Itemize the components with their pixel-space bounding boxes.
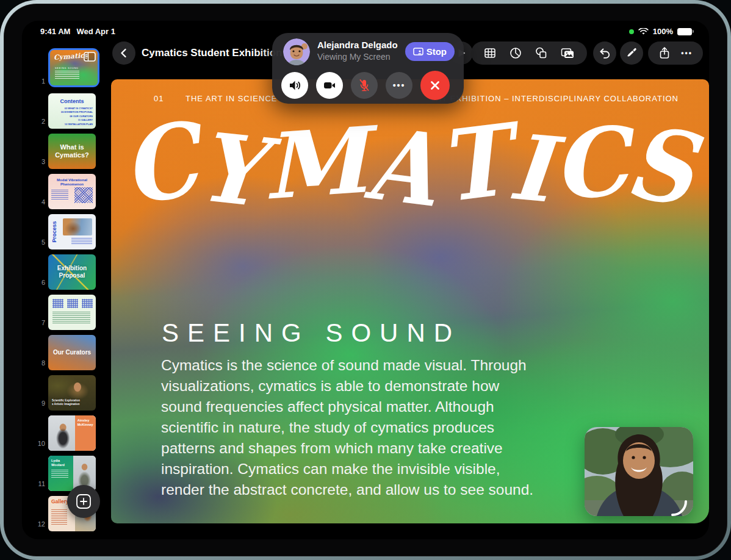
thumb-body-lines — [52, 312, 90, 324]
screen-share-icon — [413, 48, 423, 56]
slide-row-9: 9 Scientific Exploration x Artistic Imag… — [35, 370, 107, 411]
share-more-group: ••• — [648, 41, 703, 65]
thumb-body-lines — [55, 71, 79, 79]
slide-body-text[interactable]: Cymatics is the science of sound made vi… — [161, 355, 538, 500]
slide-row-4: 4 Modal Vibrational Phenomenon — [35, 169, 107, 209]
thumb-body-lines — [51, 190, 68, 199]
undo-button[interactable] — [593, 41, 616, 65]
slide-canvas[interactable]: 01 THE ART IN SCIENCE ENT EXHIBITION – I… — [111, 79, 709, 523]
recording-indicator-icon — [629, 29, 634, 34]
slide-title-cymatics[interactable]: CYMATICS — [111, 118, 709, 209]
slide-row-1: 1 Cymatics SEEING SOUND — [35, 48, 107, 88]
end-call-button[interactable] — [420, 71, 450, 100]
slide-thumbnail-10[interactable]: Ainsley McKinney — [48, 415, 96, 451]
thumb-body-lines — [51, 470, 68, 478]
slide-row-8: 8 Our Curators — [35, 330, 107, 370]
sidebar-toggle-icon — [84, 52, 96, 62]
thumb-heading: SEEING SOUND — [55, 67, 79, 70]
close-icon — [429, 79, 441, 92]
mute-button[interactable] — [351, 72, 378, 99]
thumb-pattern — [74, 187, 93, 203]
slide-thumbnail-5[interactable]: Process — [48, 214, 96, 249]
thumb-panel: Ainsley McKinney — [75, 415, 96, 451]
more-icon: ••• — [393, 81, 406, 90]
slide-thumbnail-2[interactable]: Contents 03 WHAT IS CYMATICS? 06 EXHIBIT… — [48, 93, 96, 129]
add-slide-button[interactable] — [67, 485, 100, 518]
undo-icon — [598, 46, 611, 60]
slide-thumbnail-6[interactable]: Exhibition Proposal — [48, 254, 96, 290]
slide-number: 2 — [35, 118, 45, 129]
slide-number: 10 — [35, 440, 45, 451]
corner-swipe-indicator — [670, 499, 688, 520]
thumb-body-lines — [51, 509, 67, 525]
caller-name: Alejandra Delgado — [317, 40, 398, 50]
memoji-avatar — [283, 38, 310, 65]
chevron-left-icon — [118, 48, 129, 59]
slide-number: 1 — [35, 77, 45, 88]
stop-sharing-button[interactable]: Stop — [405, 42, 455, 61]
speaker-icon — [287, 78, 302, 93]
slide-kicker-left[interactable]: THE ART IN SCIENCE — [185, 94, 277, 103]
thumb-photo — [74, 382, 81, 392]
thumb-body-lines — [71, 238, 92, 245]
selected-slide-highlight: Cymatics SEEING SOUND — [48, 48, 99, 87]
slide-thumbnail-9[interactable]: Scientific Exploration x Artistic Imagin… — [48, 375, 96, 411]
video-camera-icon — [322, 78, 337, 93]
ipad-screen: 9:41 AM Wed Apr 1 100% Cymati — [22, 21, 709, 539]
insert-toolbar-group — [471, 41, 587, 65]
thumb-photo — [48, 415, 75, 451]
facetime-overlay[interactable]: Alejandra Delgado Viewing My Screen Stop — [272, 33, 464, 104]
speaker-button[interactable] — [281, 72, 308, 99]
slide-thumbnail-3[interactable]: What is Cymatics? — [48, 134, 96, 169]
thumb-title: Ainsley McKinney — [77, 418, 93, 427]
battery-percent: 100% — [653, 27, 673, 36]
thumb-photo — [63, 218, 92, 235]
screen-share-status: Viewing My Screen — [317, 52, 391, 62]
slide-number: 4 — [35, 198, 45, 209]
insert-media-button[interactable] — [560, 46, 575, 60]
back-button[interactable] — [112, 41, 135, 65]
sidebar-toggle-button[interactable] — [84, 52, 96, 64]
slide-number: 8 — [35, 359, 45, 370]
call-more-button[interactable]: ••• — [386, 72, 412, 99]
thumb-panel: Lydia Woolard — [48, 456, 73, 491]
status-date: Wed Apr 1 — [76, 27, 115, 36]
slide-thumbnail-7[interactable] — [48, 295, 96, 330]
thumb-title: Scientific Exploration x Artistic Imagin… — [52, 399, 80, 407]
slide-page-number[interactable]: 01 — [154, 94, 164, 103]
insert-table-button[interactable] — [483, 46, 497, 60]
table-icon — [483, 46, 497, 60]
insert-chart-button[interactable] — [509, 46, 522, 60]
insert-shape-button[interactable] — [535, 46, 548, 60]
call-controls: ••• — [281, 71, 450, 100]
slide-thumbnail-8[interactable]: Our Curators — [48, 335, 96, 370]
thumb-title: Our Curators — [53, 349, 91, 356]
slide-row-7: 7 — [35, 290, 107, 330]
thumb-contents-list: 03 WHAT IS CYMATICS? 06 EXHIBITION PROPO… — [48, 107, 96, 126]
add-slide-icon — [76, 494, 92, 509]
paintbrush-icon — [625, 46, 638, 60]
ipad-screenshot: 9:41 AM Wed Apr 1 100% Cymati — [0, 0, 731, 560]
slide-number: 3 — [35, 158, 45, 169]
slide-number: 9 — [35, 400, 45, 411]
thumb-title: Exhibition Proposal — [48, 265, 96, 279]
camera-button[interactable] — [316, 72, 343, 99]
mic-muted-icon — [358, 78, 371, 93]
slide-row-6: 6 Exhibition Proposal — [35, 249, 107, 290]
thumb-patterns — [52, 299, 93, 308]
wifi-icon — [638, 28, 649, 35]
share-icon — [658, 46, 671, 60]
slide-row-5: 5 Process — [35, 209, 107, 249]
slide-heading[interactable]: SEEING SOUND — [162, 318, 461, 348]
slide-kicker-right[interactable]: ENT EXHIBITION – INTERDISCIPLINARY COLLA… — [430, 94, 679, 103]
thumb-title: What is Cymatics? — [48, 143, 96, 159]
document-title[interactable]: Cymatics Student Exhibition — [142, 41, 282, 65]
thumb-title: Gallery — [51, 498, 69, 504]
photos-icon — [560, 46, 575, 60]
slide-thumbnail-4[interactable]: Modal Vibrational Phenomenon — [48, 174, 96, 209]
share-button[interactable] — [658, 46, 671, 60]
slide-row-11: 11 Lydia Woolard — [35, 451, 107, 491]
format-brush-button[interactable] — [620, 41, 643, 65]
slide-thumbnail-1[interactable]: Cymatics SEEING SOUND — [50, 50, 98, 85]
more-button[interactable]: ••• — [681, 49, 693, 57]
